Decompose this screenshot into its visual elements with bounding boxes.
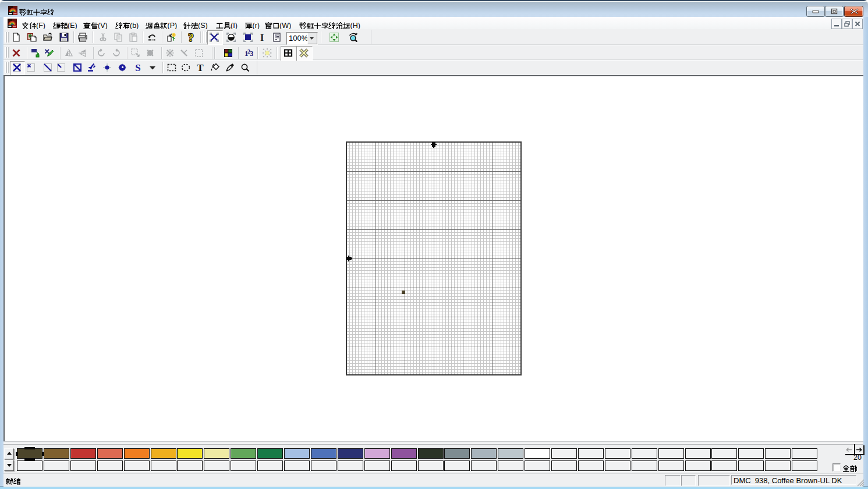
svg-text:T: T xyxy=(197,63,204,72)
svg-text:3: 3 xyxy=(250,49,253,58)
svg-text:S: S xyxy=(135,63,140,72)
svg-text:I: I xyxy=(260,33,264,42)
svg-text:?: ? xyxy=(188,33,194,42)
